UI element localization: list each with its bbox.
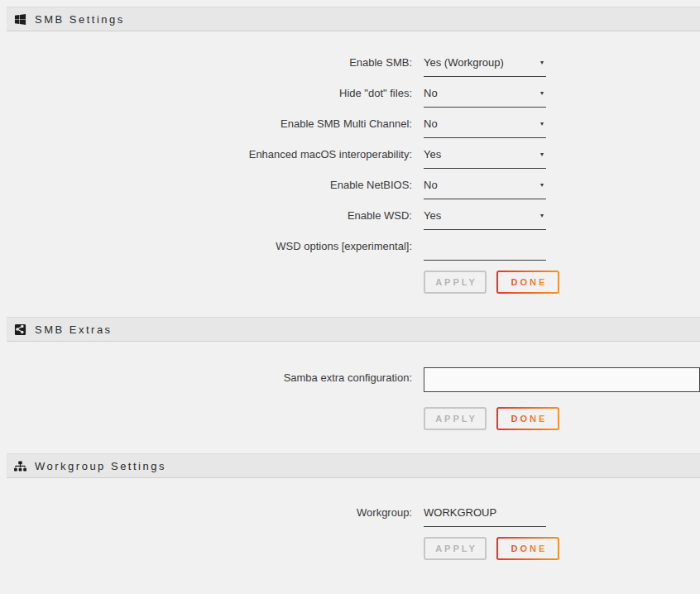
- field-label: Enable SMB:: [0, 56, 412, 69]
- field-row-wsd: Enable WSD: Yes ▾: [0, 209, 700, 230]
- caret-down-icon: ▾: [540, 148, 546, 161]
- netbios-select[interactable]: No ▾: [424, 179, 546, 199]
- field-row-smb-multichannel: Enable SMB Multi Channel: No ▾: [0, 117, 700, 138]
- buttons-row-workgroup-settings: APPLY DONE: [424, 537, 700, 560]
- section-title: SMB Settings: [35, 13, 125, 26]
- field-label: Samba extra configuration:: [0, 367, 412, 385]
- select-value: No: [424, 117, 438, 131]
- caret-down-icon: ▾: [540, 56, 546, 69]
- section-body-smb-settings: Enable SMB: Yes (Workgroup) ▾ Hide "dot"…: [0, 31, 700, 294]
- section-workgroup-settings: Workgroup Settings Workgroup: APPLY DONE: [0, 453, 700, 560]
- field-row-hide-dot-files: Hide "dot" files: No ▾: [0, 87, 700, 108]
- select-value: Yes (Workgroup): [424, 56, 504, 69]
- field-label: Workgroup:: [0, 506, 412, 520]
- apply-button-smb-extras[interactable]: APPLY: [424, 407, 487, 430]
- field-label: Enable NetBIOS:: [0, 179, 412, 192]
- field-row-enable-smb: Enable SMB: Yes (Workgroup) ▾: [0, 56, 700, 77]
- select-value: Yes: [424, 209, 441, 223]
- apply-label: APPLY: [433, 544, 477, 553]
- caret-down-icon: ▾: [540, 117, 546, 131]
- section-header-smb-extras: SMB Extras: [7, 317, 700, 342]
- select-value: No: [424, 87, 438, 100]
- wsd-select[interactable]: Yes ▾: [424, 209, 546, 230]
- samba-extra-config-textarea[interactable]: [424, 367, 700, 392]
- field-row-netbios: Enable NetBIOS: No ▾: [0, 179, 700, 199]
- section-smb-extras: SMB Extras Samba extra configuration: AP…: [0, 317, 700, 430]
- apply-label: APPLY: [433, 414, 477, 424]
- done-button-workgroup-settings[interactable]: DONE: [496, 537, 559, 560]
- done-button-smb-extras[interactable]: DONE: [496, 407, 559, 430]
- section-body-smb-extras: Samba extra configuration: APPLY DONE: [0, 342, 700, 430]
- done-label: DONE: [509, 544, 548, 553]
- done-button-smb-settings[interactable]: DONE: [496, 271, 559, 294]
- macos-interop-select[interactable]: Yes ▾: [424, 148, 546, 169]
- done-label: DONE: [509, 414, 548, 424]
- samba-settings-page: SMB Settings Enable SMB: Yes (Workgroup)…: [0, 0, 700, 594]
- select-value: Yes: [424, 148, 441, 161]
- section-smb-settings: SMB Settings Enable SMB: Yes (Workgroup)…: [0, 7, 700, 294]
- section-body-workgroup-settings: Workgroup: APPLY DONE: [0, 478, 700, 560]
- caret-down-icon: ▾: [540, 87, 546, 100]
- sitemap-icon: [14, 460, 26, 472]
- field-label: Enable SMB Multi Channel:: [0, 117, 412, 131]
- hide-dot-files-select[interactable]: No ▾: [424, 87, 546, 108]
- section-title: Workgroup Settings: [35, 460, 166, 472]
- apply-button-workgroup-settings[interactable]: APPLY: [424, 537, 487, 560]
- field-row-macos-interop: Enhanced macOS interoperability: Yes ▾: [0, 148, 700, 169]
- done-label: DONE: [509, 277, 548, 287]
- section-header-workgroup-settings: Workgroup Settings: [7, 453, 700, 478]
- field-row-samba-extra-config: Samba extra configuration:: [0, 367, 700, 392]
- select-value: No: [424, 179, 438, 192]
- field-label: WSD options [experimental]:: [0, 240, 412, 253]
- field-label: Enhanced macOS interoperability:: [0, 148, 412, 161]
- windows-icon: [14, 13, 26, 26]
- field-label: Enable WSD:: [0, 209, 412, 223]
- workgroup-input[interactable]: [424, 506, 546, 527]
- field-label: Hide "dot" files:: [0, 87, 412, 100]
- enable-smb-select[interactable]: Yes (Workgroup) ▾: [424, 56, 546, 77]
- smb-multichannel-select[interactable]: No ▾: [424, 117, 546, 138]
- apply-button-smb-settings[interactable]: APPLY: [424, 271, 487, 294]
- section-title: SMB Extras: [35, 323, 113, 336]
- share-square-icon: [14, 323, 26, 336]
- field-row-workgroup: Workgroup:: [0, 506, 700, 527]
- buttons-row-smb-settings: APPLY DONE: [424, 271, 700, 294]
- caret-down-icon: ▾: [540, 209, 546, 223]
- section-header-smb-settings: SMB Settings: [7, 7, 700, 31]
- field-row-wsd-options: WSD options [experimental]:: [0, 240, 700, 261]
- apply-label: APPLY: [433, 277, 477, 287]
- wsd-options-input[interactable]: [424, 240, 546, 261]
- buttons-row-smb-extras: APPLY DONE: [424, 407, 700, 430]
- caret-down-icon: ▾: [540, 179, 546, 192]
